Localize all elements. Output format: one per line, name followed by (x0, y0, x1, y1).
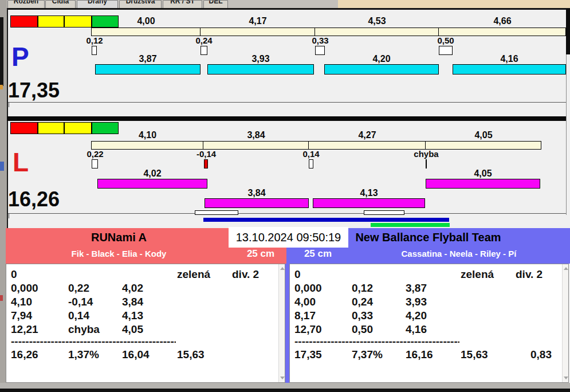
left-totals-cell: 15,63 (177, 349, 205, 360)
right-table-cell: 0,50 (352, 324, 373, 335)
lane-p-split-bar (207, 64, 314, 75)
tab-label: Čidla (46, 0, 75, 5)
left-table-cell: 0 (11, 269, 17, 280)
lane-l-split-label: 3,84 (205, 189, 309, 198)
lane-l-changeover-label: -0,14 (183, 150, 229, 158)
right-totals-cell: 0,83 (530, 349, 552, 360)
progress-bar-solid (203, 218, 449, 222)
lane-p-run-segment-label: 4,17 (201, 17, 315, 26)
lane-l-changeover-label: 0,22 (72, 150, 118, 158)
desktop-background-strip (338, 0, 570, 8)
lane-p-total-time: 17,35 (8, 80, 60, 101)
team-dogs-left: Fik - Black - Elia - Kody (6, 249, 232, 258)
left-table-cell: 4,13 (122, 310, 143, 321)
scroll-up-icon[interactable] (280, 267, 285, 270)
right-table-cell: 3,87 (406, 283, 427, 293)
lane-p-run-segment-label: 4,66 (439, 17, 566, 26)
right-table-cell: 0,33 (352, 310, 373, 321)
lane-p-changeover-label: 0,50 (423, 36, 469, 45)
lane-l-bottom-line (8, 213, 566, 214)
lane-l-split-bar (205, 198, 309, 208)
lane-l-split-bar (97, 179, 207, 189)
right-table-cell: div. 2 (516, 269, 543, 280)
lane-l-fault-tick (426, 159, 427, 168)
left-table-cell: zelená (177, 269, 210, 280)
scroll-down-icon[interactable] (564, 377, 568, 379)
tab-bar: RozběhČidlaDráhyDružstvaRR / STDEL (7, 0, 338, 8)
lane-l-traffic-light-cell (64, 122, 92, 134)
scroll-up-icon[interactable] (564, 267, 568, 270)
lane-p-changeover-label: 0,33 (297, 36, 343, 45)
lane-l-run-segment-bar (203, 141, 309, 150)
lane-p-run-segment-bar (200, 28, 315, 36)
tab-label: Družstva (120, 0, 161, 5)
lane-l-traffic-light-cell (38, 122, 64, 134)
lane-p-split-bar (95, 64, 201, 75)
right-table-cell: 4,20 (406, 310, 427, 321)
tab-5[interactable]: RR / ST (163, 0, 202, 8)
lane-l-run-segment-label: 4,27 (309, 131, 426, 140)
lane-p-split-bar (453, 64, 566, 75)
right-table-cell: 0,24 (352, 296, 373, 307)
right-table-cell: 0 (294, 269, 301, 280)
lane-p-split-label: 3,87 (95, 54, 201, 64)
tab-label: Rozběh (8, 0, 44, 5)
left-totals-cell: 16,26 (11, 349, 38, 360)
lane-p-run-segment-bar (91, 28, 201, 36)
lane-l-changeover-box (204, 159, 208, 168)
right-totals-cell: 15,63 (461, 349, 488, 360)
tab-label: RR / ST (163, 0, 202, 5)
background-window-sliver (0, 85, 3, 89)
tab-1[interactable]: Rozběh (7, 0, 45, 8)
left-totals-cell: 16,04 (122, 349, 150, 360)
results-text-right[interactable]: 0zelenádiv. 20,0000,123,874,000,243,938,… (289, 264, 569, 383)
results-text-left[interactable]: 0zelenádiv. 20,0000,224,024,10-0,143,847… (6, 264, 285, 383)
tab-4[interactable]: Družstva (119, 0, 162, 8)
lane-p-traffic-light-cell (38, 15, 64, 28)
right-table-cell: 12,70 (294, 324, 322, 335)
right-table-cell: 0,000 (294, 283, 322, 293)
tab-label: DEL (204, 0, 227, 5)
lane-l-split-label: 4,05 (426, 169, 540, 178)
jump-height-right: 25 cm (289, 249, 347, 258)
progress-bar-solid (371, 223, 450, 227)
left-table-cell: -0,14 (68, 296, 93, 307)
left-table-cell: 4,10 (11, 296, 32, 307)
left-table-cell: 4,05 (122, 324, 143, 335)
tab-6[interactable]: DEL (203, 0, 228, 8)
tab-3[interactable]: Dráhy (77, 0, 118, 8)
lane-l-changeover-label: 0,14 (288, 150, 334, 158)
right-totals-cell: 7,37% (352, 349, 383, 360)
left-table-cell: chyba (68, 324, 100, 335)
window-bottom-border (0, 389, 570, 392)
lane-p-run-segment-bar (438, 28, 566, 36)
right-table-cell: 8,17 (294, 310, 316, 321)
lane-p-traffic-light-cell (10, 15, 38, 28)
left-table-cell: 12,21 (11, 324, 38, 335)
lane-l-split-label: 4,02 (97, 169, 207, 178)
window-right-border (566, 9, 570, 54)
right-totals-cell: 17,35 (294, 349, 322, 360)
right-scrollbar[interactable] (562, 264, 568, 382)
lane-separator (7, 116, 566, 121)
lane-l-run-segment-bar (308, 141, 426, 150)
progress-bar-outline (364, 210, 404, 215)
lane-p-changeover-box (439, 46, 453, 55)
background-window-sliver (0, 295, 3, 301)
left-table-cell: 0,14 (68, 310, 89, 321)
right-table-separator: ----------------------------------------… (294, 339, 459, 346)
left-table-cell: 7,94 (11, 310, 32, 321)
team-name-left: RUNami A (6, 232, 232, 243)
lane-l-run-segment-label: 4,10 (92, 131, 203, 140)
window-bottom-strip (0, 383, 570, 389)
lane-p-split-label: 3,93 (207, 54, 314, 64)
lane-p-changeover-box (201, 46, 207, 55)
scroll-down-icon[interactable] (280, 377, 285, 379)
right-table-cell: 4,16 (406, 324, 427, 335)
left-scrollbar[interactable] (278, 264, 285, 382)
left-table-cell: 3,84 (122, 296, 143, 307)
right-table-cell: 0,12 (352, 283, 373, 293)
left-totals-cell: 1,37% (68, 349, 99, 360)
tab-2[interactable]: Čidla (45, 0, 76, 8)
left-table-cell: 0,22 (68, 283, 89, 293)
